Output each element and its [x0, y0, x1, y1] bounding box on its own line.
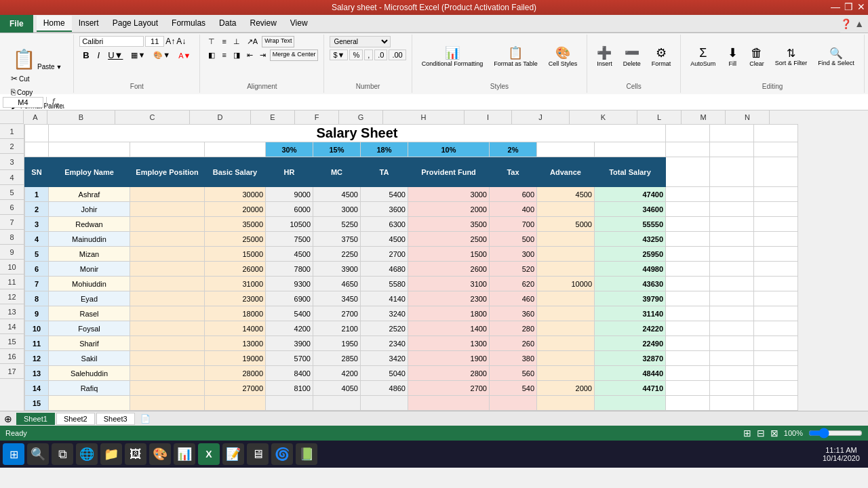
- cell-m-2[interactable]: [710, 202, 754, 217]
- cell-sn-9[interactable]: 9: [25, 306, 49, 321]
- cell-n-5[interactable]: [754, 247, 798, 262]
- cell-l-3[interactable]: [666, 217, 710, 232]
- cell-l-7[interactable]: [666, 277, 710, 291]
- cell-ta-14[interactable]: 4860: [361, 381, 408, 396]
- cell-sn-4[interactable]: 4: [25, 232, 49, 247]
- cell-mc-5[interactable]: 2250: [313, 247, 361, 262]
- add-sheet-button[interactable]: ⊕: [0, 412, 16, 426]
- cell-name-4[interactable]: Mainuddin: [49, 232, 130, 247]
- tab-view[interactable]: View: [283, 16, 315, 32]
- cell-sn-10[interactable]: 10: [25, 321, 49, 336]
- cell-n-11[interactable]: [754, 336, 798, 351]
- percent-button[interactable]: %: [349, 49, 363, 60]
- cell-name-1[interactable]: Ashraf: [49, 187, 130, 202]
- col-header-f[interactable]: F: [295, 110, 339, 124]
- cell-tax-1[interactable]: 600: [490, 187, 537, 202]
- align-top-button[interactable]: ⊤: [205, 36, 218, 47]
- minimize-ribbon-icon[interactable]: ▲: [854, 18, 864, 29]
- cell-sn-5[interactable]: 5: [25, 247, 49, 262]
- cell-pf-14[interactable]: 2700: [408, 381, 490, 396]
- cell-n-8[interactable]: [754, 291, 798, 306]
- col-header-c[interactable]: C: [115, 110, 190, 124]
- cell-n-3[interactable]: [754, 217, 798, 232]
- cell-adv-14[interactable]: 2000: [537, 381, 595, 396]
- cell-l-15[interactable]: [666, 396, 710, 411]
- cell-sn-14[interactable]: 14: [25, 381, 49, 396]
- insert-button[interactable]: ➕ Insert: [593, 36, 616, 77]
- cell-basic-4[interactable]: 25000: [205, 232, 266, 247]
- cell-pos-2[interactable]: [130, 202, 205, 217]
- cell-ta-12[interactable]: 3420: [361, 351, 408, 366]
- autosum-button[interactable]: Σ AutoSum: [686, 36, 719, 77]
- cell-mc-15[interactable]: [313, 396, 361, 411]
- col-header-n[interactable]: N: [726, 110, 770, 124]
- decrease-indent-button[interactable]: ⇤: [244, 49, 256, 61]
- cell-n-1[interactable]: [754, 187, 798, 202]
- cell-pf-7[interactable]: 3100: [408, 277, 490, 291]
- cell-ta-10[interactable]: 2520: [361, 321, 408, 336]
- col-header-b[interactable]: B: [47, 110, 115, 124]
- cell-pos-14[interactable]: [130, 381, 205, 396]
- cell-l1[interactable]: [666, 125, 710, 142]
- taskbar-app-1[interactable]: 🖼: [125, 443, 146, 465]
- cell-basic-9[interactable]: 18000: [205, 306, 266, 321]
- header-pf[interactable]: Provident Fund: [408, 157, 490, 187]
- cell-m-6[interactable]: [710, 262, 754, 277]
- cell-ta-6[interactable]: 4680: [361, 262, 408, 277]
- cell-ta-3[interactable]: 6300: [361, 217, 408, 232]
- cell-pos-1[interactable]: [130, 187, 205, 202]
- cell-total-15[interactable]: [595, 396, 666, 411]
- cell-n-2[interactable]: [754, 202, 798, 217]
- cell-name-15[interactable]: [49, 396, 130, 411]
- cell-pos-6[interactable]: [130, 262, 205, 277]
- taskbar-app-4[interactable]: X: [198, 443, 220, 465]
- align-right-button[interactable]: ◨: [231, 49, 243, 61]
- tab-review[interactable]: Review: [243, 16, 283, 32]
- cell-m-4[interactable]: [710, 232, 754, 247]
- cell-basic-7[interactable]: 31000: [205, 277, 266, 291]
- cell-l-8[interactable]: [666, 291, 710, 306]
- cell-adv-15[interactable]: [537, 396, 595, 411]
- cell-hr-13[interactable]: 8400: [266, 366, 313, 381]
- search-icon[interactable]: 🔍: [27, 443, 49, 465]
- file-explorer-icon[interactable]: 📁: [100, 443, 122, 465]
- cell-n-13[interactable]: [754, 366, 798, 381]
- cell-adv-7[interactable]: 10000: [537, 277, 595, 291]
- cell-adv-10[interactable]: [537, 321, 595, 336]
- row-header-12[interactable]: 12: [0, 289, 24, 304]
- cell-tax-12[interactable]: 380: [490, 351, 537, 366]
- tab-formulas[interactable]: Formulas: [165, 16, 212, 32]
- cell-sn-6[interactable]: 6: [25, 262, 49, 277]
- cell-hr-8[interactable]: 6900: [266, 291, 313, 306]
- cell-mc-9[interactable]: 2700: [313, 306, 361, 321]
- cell-tax-3[interactable]: 700: [490, 217, 537, 232]
- cell-tax-15[interactable]: [490, 396, 537, 411]
- cell-pf-13[interactable]: 2800: [408, 366, 490, 381]
- cell-hr-9[interactable]: 5400: [266, 306, 313, 321]
- cell-ta-15[interactable]: [361, 396, 408, 411]
- row-header-15[interactable]: 15: [0, 334, 24, 349]
- sort-filter-button[interactable]: ⇅ Sort & Filter: [771, 36, 812, 77]
- sheet-tab-1[interactable]: Sheet1: [16, 413, 55, 425]
- cell-hr-5[interactable]: 4500: [266, 247, 313, 262]
- cell-l-11[interactable]: [666, 336, 710, 351]
- cell-basic-2[interactable]: 20000: [205, 202, 266, 217]
- view-layout-icon[interactable]: ⊟: [757, 428, 765, 439]
- cell-pos-7[interactable]: [130, 277, 205, 291]
- header-n[interactable]: [754, 157, 798, 187]
- cell-m-11[interactable]: [710, 336, 754, 351]
- align-bottom-button[interactable]: ⊥: [231, 36, 243, 47]
- cell-a1[interactable]: [25, 125, 49, 142]
- cell-m-1[interactable]: [710, 187, 754, 202]
- cell-styles-button[interactable]: 🎨 Cell Styles: [545, 36, 582, 77]
- format-table-button[interactable]: 📋 Format as Table: [490, 36, 541, 77]
- cell-hr-1[interactable]: 9000: [266, 187, 313, 202]
- col-header-g[interactable]: G: [339, 110, 383, 124]
- header-ta[interactable]: TA: [361, 157, 408, 187]
- cell-pf-6[interactable]: 2600: [408, 262, 490, 277]
- cell-name-2[interactable]: Johir: [49, 202, 130, 217]
- cell-total-5[interactable]: 25950: [595, 247, 666, 262]
- close-icon[interactable]: ✕: [857, 1, 865, 12]
- cell-sn-1[interactable]: 1: [25, 187, 49, 202]
- cell-basic-3[interactable]: 35000: [205, 217, 266, 232]
